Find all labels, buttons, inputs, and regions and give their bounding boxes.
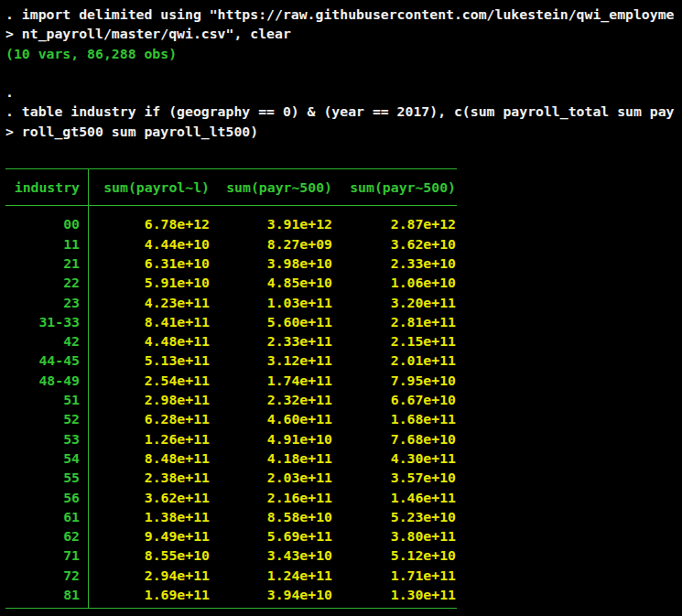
- payroll-total-value: 9.49e+11: [88, 526, 210, 546]
- payroll-total-value: 2.94e+11: [88, 566, 210, 585]
- terminal-line: (10 vars, 86,288 obs): [5, 44, 682, 63]
- industry-code: 61: [5, 507, 88, 526]
- terminal-line: . import delimited using "https://raw.gi…: [5, 5, 682, 24]
- industry-code: 21: [5, 254, 88, 273]
- column-header-payroll-total: sum(payrol~l): [88, 178, 210, 197]
- table-row: 44-45 5.13e+11 3.12e+11 2.01e+11: [5, 351, 457, 370]
- payroll-gt500-value: 3.43e+10: [210, 546, 332, 565]
- payroll-gt500-value: 2.33e+11: [210, 331, 332, 351]
- payroll-lt500-value: 3.57e+10: [332, 468, 456, 487]
- payroll-total-value: 8.55e+10: [88, 546, 210, 565]
- industry-code: 81: [5, 585, 88, 604]
- payroll-gt500-value: 8.58e+10: [210, 507, 332, 526]
- payroll-lt500-value: 2.33e+10: [332, 254, 456, 273]
- table-row: 51 2.98e+11 2.32e+11 6.67e+10: [5, 390, 457, 409]
- industry-code: 31-33: [5, 312, 88, 331]
- payroll-lt500-value: 4.30e+11: [332, 448, 456, 468]
- payroll-total-value: 8.48e+11: [88, 448, 210, 468]
- terminal-line: . table industry if (geography == 0) & (…: [5, 102, 682, 121]
- payroll-total-value: 1.38e+11: [88, 507, 210, 526]
- payroll-lt500-value: 1.46e+11: [332, 488, 456, 507]
- industry-code: 51: [5, 390, 88, 409]
- payroll-gt500-value: 5.69e+11: [210, 526, 332, 546]
- industry-code: 55: [5, 468, 88, 487]
- industry-code: 11: [5, 234, 88, 254]
- payroll-gt500-value: 2.32e+11: [210, 390, 332, 409]
- industry-code: 56: [5, 488, 88, 507]
- payroll-total-value: 4.44e+10: [88, 234, 210, 254]
- table-row: 11 4.44e+10 8.27e+09 3.62e+10: [5, 234, 457, 254]
- table-row: 23 4.23e+11 1.03e+11 3.20e+11: [5, 293, 457, 312]
- payroll-gt500-value: 3.94e+10: [210, 585, 332, 604]
- payroll-gt500-value: 4.85e+10: [210, 273, 332, 292]
- payroll-gt500-value: 4.18e+11: [210, 448, 332, 468]
- table-row: 00 6.78e+12 3.91e+12 2.87e+12: [5, 214, 457, 233]
- payroll-total-value: 5.91e+10: [88, 273, 210, 292]
- industry-code: 54: [5, 448, 88, 468]
- payroll-gt500-value: 2.16e+11: [210, 488, 332, 507]
- payroll-total-value: 2.38e+11: [88, 468, 210, 487]
- industry-code: 53: [5, 429, 88, 448]
- terminal-line: [5, 63, 682, 82]
- table-header-row: industry sum(payrol~l) sum(payr~500) sum…: [5, 169, 457, 206]
- payroll-total-value: 5.13e+11: [88, 351, 210, 370]
- payroll-total-value: 6.31e+10: [88, 254, 210, 273]
- column-header-payroll-lt500: sum(payr~500): [332, 178, 456, 197]
- industry-code: 71: [5, 546, 88, 565]
- payroll-lt500-value: 1.71e+11: [332, 566, 456, 585]
- payroll-gt500-value: 4.91e+10: [210, 429, 332, 448]
- payroll-lt500-value: 1.06e+10: [332, 273, 456, 292]
- payroll-gt500-value: 3.98e+10: [210, 254, 332, 273]
- payroll-total-value: 1.26e+11: [88, 429, 210, 448]
- payroll-total-value: 1.69e+11: [88, 585, 210, 604]
- payroll-lt500-value: 3.20e+11: [332, 293, 456, 312]
- payroll-lt500-value: 7.95e+10: [332, 371, 456, 390]
- industry-code: 23: [5, 293, 88, 312]
- table-vertical-divider: [88, 169, 89, 608]
- command-output-lines: . import delimited using "https://raw.gi…: [5, 5, 682, 160]
- payroll-gt500-value: 1.24e+11: [210, 566, 332, 585]
- table-row: 61 1.38e+11 8.58e+10 5.23e+10: [5, 507, 457, 526]
- payroll-lt500-value: 5.12e+10: [332, 546, 456, 565]
- industry-code: 72: [5, 566, 88, 585]
- industry-code: 22: [5, 273, 88, 292]
- payroll-total-value: 8.41e+11: [88, 312, 210, 331]
- terminal-line: > nt_payroll/master/qwi.csv", clear: [5, 24, 682, 43]
- payroll-lt500-value: 2.01e+11: [332, 351, 456, 370]
- table-row: 54 8.48e+11 4.18e+11 4.30e+11: [5, 448, 457, 468]
- payroll-gt500-value: 3.91e+12: [210, 214, 332, 233]
- payroll-gt500-value: 4.60e+11: [210, 409, 332, 428]
- payroll-lt500-value: 3.62e+10: [332, 234, 456, 254]
- payroll-gt500-value: 1.03e+11: [210, 293, 332, 312]
- payroll-gt500-value: 2.03e+11: [210, 468, 332, 487]
- industry-code: 00: [5, 214, 88, 233]
- table-row: 72 2.94e+11 1.24e+11 1.71e+11: [5, 566, 457, 585]
- payroll-gt500-value: 8.27e+09: [210, 234, 332, 254]
- table-row: 21 6.31e+10 3.98e+10 2.33e+10: [5, 254, 457, 273]
- table-row: 22 5.91e+10 4.85e+10 1.06e+10: [5, 273, 457, 292]
- table-row: 56 3.62e+11 2.16e+11 1.46e+11: [5, 488, 457, 507]
- table-body: 00 6.78e+12 3.91e+12 2.87e+12 11 4.44e+1…: [5, 206, 457, 608]
- payroll-gt500-value: 5.60e+11: [210, 312, 332, 331]
- payroll-total-value: 2.98e+11: [88, 390, 210, 409]
- payroll-lt500-value: 6.67e+10: [332, 390, 456, 409]
- table-row: 42 4.48e+11 2.33e+11 2.15e+11: [5, 331, 457, 351]
- table-row: 48-49 2.54e+11 1.74e+11 7.95e+10: [5, 371, 457, 390]
- industry-code: 48-49: [5, 371, 88, 390]
- payroll-lt500-value: 7.68e+10: [332, 429, 456, 448]
- column-header-industry: industry: [5, 178, 88, 197]
- industry-code: 62: [5, 526, 88, 546]
- table-row: 53 1.26e+11 4.91e+10 7.68e+10: [5, 429, 457, 448]
- payroll-lt500-value: 5.23e+10: [332, 507, 456, 526]
- terminal-line: [5, 141, 682, 160]
- stata-results-table: industry sum(payrol~l) sum(payr~500) sum…: [5, 168, 457, 609]
- payroll-total-value: 2.54e+11: [88, 371, 210, 390]
- payroll-lt500-value: 1.30e+11: [332, 585, 456, 604]
- payroll-lt500-value: 3.80e+11: [332, 526, 456, 546]
- terminal-window[interactable]: . import delimited using "https://raw.gi…: [0, 0, 682, 616]
- payroll-lt500-value: 2.87e+12: [332, 214, 456, 233]
- table-row: 81 1.69e+11 3.94e+10 1.30e+11: [5, 585, 457, 604]
- payroll-lt500-value: 2.81e+11: [332, 312, 456, 331]
- payroll-total-value: 3.62e+11: [88, 488, 210, 507]
- terminal-line: .: [5, 82, 682, 102]
